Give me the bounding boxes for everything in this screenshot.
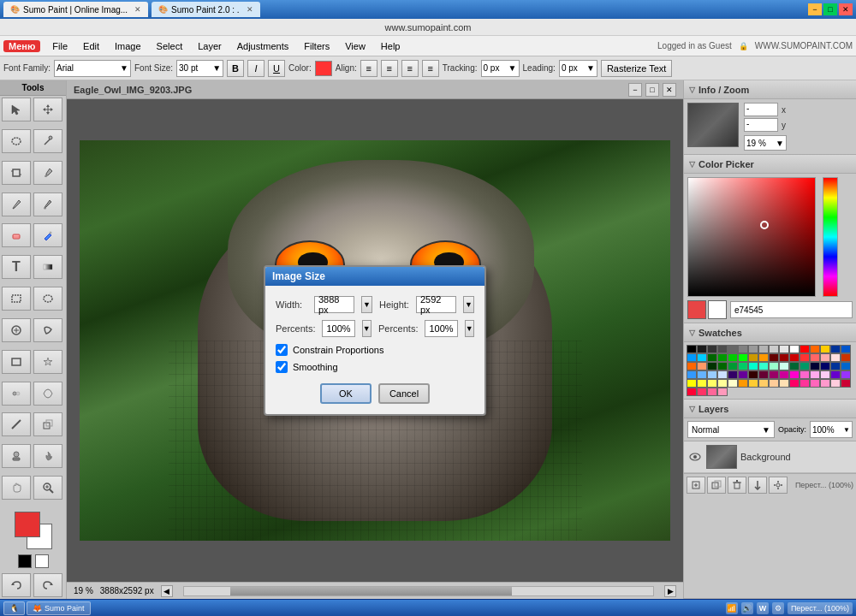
swatch-color[interactable]: [800, 345, 810, 353]
swatch-color[interactable]: [841, 353, 851, 362]
tab-1-close[interactable]: ✕: [134, 5, 141, 14]
scroll-right[interactable]: ▶: [664, 585, 676, 597]
swatch-color[interactable]: [779, 362, 789, 370]
swatch-color[interactable]: [800, 353, 810, 362]
tool-stamp[interactable]: [2, 444, 31, 468]
swatch-color[interactable]: [738, 379, 748, 388]
swatch-color[interactable]: [779, 379, 789, 388]
hue-bar[interactable]: [823, 177, 838, 297]
swatch-color[interactable]: [728, 370, 738, 379]
percent-input-1[interactable]: 100%: [322, 320, 354, 337]
swatch-color[interactable]: [769, 362, 779, 370]
tool-eyedropper[interactable]: [33, 161, 62, 185]
swatch-color[interactable]: [841, 379, 851, 388]
swatch-color[interactable]: [800, 370, 810, 379]
swatch-color[interactable]: [769, 370, 779, 379]
swatch-color[interactable]: [841, 370, 851, 379]
menu-layer[interactable]: Layer: [191, 39, 229, 53]
taskbar-network-icon[interactable]: 📶: [726, 602, 738, 614]
swatch-color[interactable]: [697, 379, 707, 388]
color-gradient[interactable]: [687, 177, 816, 297]
tool-crop[interactable]: [2, 161, 31, 185]
taskbar-system-icon[interactable]: ⚙: [772, 602, 784, 614]
menu-edit[interactable]: Edit: [76, 39, 106, 53]
close-button[interactable]: ✕: [839, 3, 853, 15]
align-justify-button[interactable]: ≡: [422, 60, 439, 77]
swatch-color[interactable]: [748, 353, 758, 362]
taskbar-W-icon[interactable]: W: [757, 602, 769, 614]
color-picker-dot[interactable]: [760, 221, 769, 229]
swatch-color[interactable]: [800, 379, 810, 388]
tool-undo[interactable]: [2, 573, 31, 597]
swatch-color[interactable]: [789, 345, 800, 353]
width-down[interactable]: ▼: [361, 296, 372, 313]
tab-2-close[interactable]: ✕: [247, 5, 253, 14]
swatch-color[interactable]: [687, 353, 697, 362]
tool-zoom[interactable]: [33, 476, 62, 500]
swatch-color[interactable]: [820, 345, 830, 353]
swatch-color[interactable]: [707, 353, 717, 362]
swatch-color[interactable]: [841, 345, 851, 353]
swatch-color[interactable]: [687, 362, 697, 370]
swatch-color[interactable]: [687, 370, 697, 379]
horizontal-scrollbar[interactable]: [183, 586, 654, 596]
swatch-color[interactable]: [717, 353, 728, 362]
minimize-button[interactable]: −: [808, 3, 822, 15]
swatch-color[interactable]: [758, 379, 769, 388]
swatch-color[interactable]: [810, 353, 820, 362]
taskbar-volume-icon[interactable]: 🔊: [741, 602, 753, 614]
menu-file[interactable]: File: [45, 39, 74, 53]
swatch-color[interactable]: [789, 370, 800, 379]
maximize-button[interactable]: □: [823, 3, 837, 15]
canvas-restore[interactable]: □: [645, 83, 659, 97]
tool-polygon[interactable]: [2, 350, 31, 374]
tool-star[interactable]: [33, 350, 62, 374]
swatch-color[interactable]: [697, 370, 707, 379]
swatch-color[interactable]: [707, 379, 717, 388]
menu-filters[interactable]: Filters: [297, 39, 336, 53]
tool-move[interactable]: [33, 98, 62, 121]
menu-view[interactable]: View: [338, 39, 372, 53]
black-color[interactable]: [18, 554, 32, 568]
swatch-color[interactable]: [830, 362, 841, 370]
swatch-color[interactable]: [789, 379, 800, 388]
new-layer-button[interactable]: [687, 477, 705, 494]
layer-visibility[interactable]: [687, 449, 703, 465]
menu-image[interactable]: Image: [108, 39, 148, 53]
font-family-select[interactable]: Arial ▼: [54, 60, 131, 77]
opacity-control[interactable]: 100% ▼: [810, 421, 853, 438]
swatch-color[interactable]: [830, 370, 841, 379]
italic-button[interactable]: I: [247, 60, 265, 77]
swatch-color[interactable]: [687, 388, 697, 396]
swatch-color[interactable]: [800, 362, 810, 370]
tool-hand[interactable]: [2, 476, 31, 500]
tool-rect-select[interactable]: [2, 287, 31, 311]
bg-color-preview[interactable]: [708, 300, 727, 319]
delete-layer-button[interactable]: [728, 477, 746, 494]
tab-2[interactable]: 🎨 Sumo Paint 2.0 : . ✕: [152, 2, 260, 17]
layers-arrow[interactable]: ▽: [689, 405, 695, 413]
leading-input[interactable]: 0 px ▼: [559, 60, 597, 77]
tool-lasso[interactable]: [2, 129, 31, 153]
merge-layer-button[interactable]: [748, 477, 767, 494]
foreground-color[interactable]: [15, 512, 40, 537]
swatch-color[interactable]: [717, 370, 728, 379]
swatch-color[interactable]: [738, 353, 748, 362]
swatch-color[interactable]: [830, 353, 841, 362]
swatch-color[interactable]: [758, 353, 769, 362]
swatch-color[interactable]: [779, 370, 789, 379]
white-color[interactable]: [35, 554, 49, 568]
tool-blur[interactable]: [2, 382, 31, 406]
percent-input-2[interactable]: 100%: [425, 320, 457, 337]
swatch-color[interactable]: [830, 345, 841, 353]
color-picker-arrow[interactable]: ▽: [689, 160, 695, 169]
swatch-color[interactable]: [717, 362, 728, 370]
tool-heal[interactable]: [2, 318, 31, 342]
smoothing-checkbox[interactable]: [276, 361, 288, 373]
tool-smudge[interactable]: [33, 318, 62, 342]
canvas-minimize[interactable]: −: [628, 83, 642, 97]
width-input[interactable]: 3888 px: [314, 296, 354, 313]
tool-ellipse-select[interactable]: [33, 287, 62, 311]
swatch-color[interactable]: [810, 370, 820, 379]
align-right-button[interactable]: ≡: [401, 60, 419, 77]
